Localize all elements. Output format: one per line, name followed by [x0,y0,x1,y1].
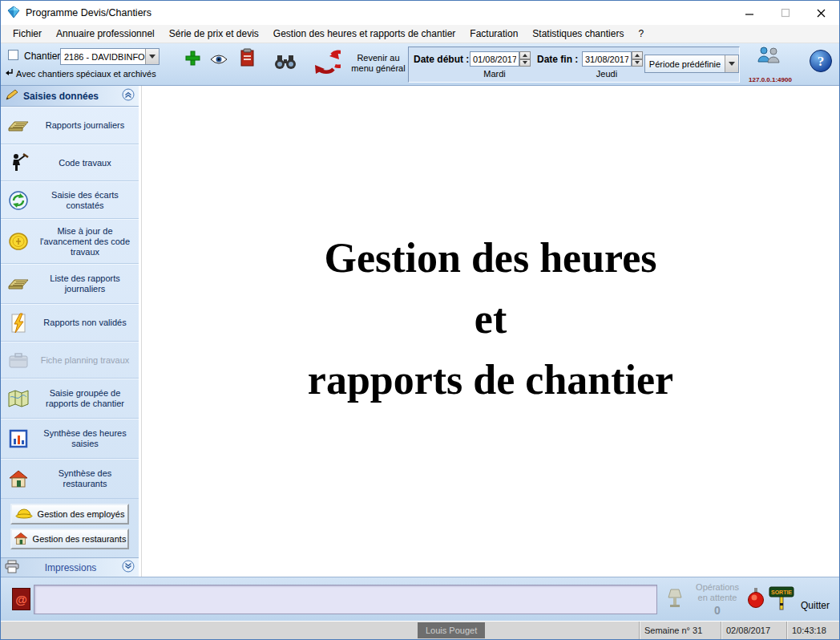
menu-gestion-des-heures[interactable]: Gestion des heures et rapports de chanti… [266,26,462,42]
menu-serie-de-prix-et-devis[interactable]: Série de prix et devis [162,26,266,42]
chantier-label: Chantier [24,51,60,62]
bottom-text-field[interactable] [34,585,657,614]
return-label-line1: Revenir au [357,53,399,63]
sidebar-item-label: Saisie des écarts constatés [36,190,139,211]
period-predefined-button[interactable]: Période prédéfinie [644,55,739,73]
chevron-down-icon[interactable] [122,560,135,575]
date-range-panel: Date début : Mardi Date fin : Jeudi Péri… [408,47,740,83]
date-start-label: Date début : [414,54,469,65]
archived-note: Avec chantiers spéciaux et archivés [5,68,156,79]
chantier-dropdown-value: 2186 - DAVIDBINFO - l [61,52,145,62]
maximize-button[interactable] [767,1,803,25]
page-title-line1: Gestion des heures [308,228,673,289]
sidebar: Saisies données Rapports journaliers Co [1,86,141,577]
alarm-icon[interactable] [746,587,765,612]
sidebar-item-mise-a-jour-avancement[interactable]: Mise à jour de l'avancement des code tra… [1,219,139,264]
impressions-label: Impressions [22,562,119,573]
sidebar-item-label: Saisie groupée de rapports de chantier [36,388,139,409]
quit-button[interactable]: Quitter [801,600,830,611]
return-menu-icon[interactable] [313,50,341,78]
chart-icon [1,429,36,448]
operations-count: 0 [689,604,746,617]
sidebar-header-impressions[interactable]: Impressions [1,557,139,577]
sidebar-item-label: Liste des rapports journaliers [36,273,139,294]
sidebar-item-label: Synthèse des heures saisies [36,428,139,449]
server-address: 127.0.0.1:4900 [738,76,802,83]
spinner-up-icon[interactable] [632,51,643,59]
date-end-spinner[interactable] [632,51,643,67]
menu-help[interactable]: ? [631,26,651,42]
menu-statistiques-chantiers[interactable]: Statistiques chantiers [525,26,631,42]
lightning-icon [1,313,36,334]
sidebar-item-synthese-restaurants[interactable]: Synthèse des restaurants [1,459,139,499]
lamp-icon[interactable] [666,588,684,612]
sidebar-item-label: Code travaux [36,158,139,168]
chevron-up-icon[interactable] [122,88,135,103]
date-end-label: Date fin : [537,54,578,65]
sidebar-item-saisie-groupee[interactable]: Saisie groupée de rapports de chantier [1,379,139,419]
sortie-sign-icon[interactable]: SORTIE [769,585,794,614]
main-content: Gestion des heures et rapports de chanti… [141,86,839,577]
chantier-checkbox[interactable] [8,50,18,60]
title-bar: Programme Devis/Chantiers [1,1,839,25]
sidebar-item-saisie-ecarts[interactable]: Saisie des écarts constatés [1,181,139,219]
spinner-down-icon[interactable] [632,59,643,67]
gestion-restaurants-label: Gestion des restaurants [33,534,127,544]
gestion-employes-button[interactable]: Gestion des employés [10,504,129,525]
planning-icon [1,351,36,369]
date-end-input[interactable] [582,51,632,67]
sidebar-item-label: Fiche planning travaux [36,355,139,366]
sidebar-item-rapports-journaliers[interactable]: Rapports journaliers [1,107,139,144]
app-window: Programme Devis/Chantiers Fichier Annuai… [0,0,840,640]
worker-icon [1,152,36,173]
sidebar-item-liste-rapports[interactable]: Liste des rapports journaliers [1,264,139,304]
pencil-icon [5,88,19,103]
connected-users-icon[interactable] [756,46,781,71]
help-icon[interactable]: ? [809,49,833,75]
return-menu-button[interactable]: Revenir au menu général [343,53,414,74]
sidebar-item-label: Rapports non validés [36,318,139,328]
window-controls [731,1,839,25]
add-chantier-button[interactable] [184,50,200,68]
status-user: Louis Pouget [418,622,485,638]
chevron-down-icon [145,49,159,64]
menu-fichier[interactable]: Fichier [6,26,49,42]
date-start-input[interactable] [470,51,519,67]
page-title: Gestion des heures et rapports de chanti… [308,228,673,411]
spinner-up-icon[interactable] [519,51,531,59]
close-button[interactable] [803,1,839,25]
sidebar-item-synthese-heures[interactable]: Synthèse des heures saisies [1,419,139,459]
restaurant-house-icon [14,532,28,547]
sidebar-item-label: Synthèse des restaurants [36,468,139,489]
sidebar-item-label: Mise à jour de l'avancement des code tra… [36,226,139,257]
page-title-line3: rapports de chantier [308,350,673,411]
email-at-icon[interactable] [12,588,30,610]
search-binoculars-icon[interactable] [274,54,297,72]
menu-annuaire-professionnel[interactable]: Annuaire professionnel [49,26,162,42]
return-label-line2: menu général [351,63,405,73]
spinner-down-icon[interactable] [519,59,531,67]
gestion-restaurants-button[interactable]: Gestion des restaurants [10,529,129,549]
sync-arrows-icon [1,190,36,211]
app-body: Saisies données Rapports journaliers Co [1,86,839,577]
status-date: 02/08/2017 [721,622,786,639]
status-time: 10:43:18 [786,622,839,639]
menu-bar: Fichier Annuaire professionnel Série de … [1,25,839,43]
view-chantier-icon[interactable] [210,54,228,67]
bottom-bar: Opérations en attente 0 SORTIE Quitter [1,577,839,621]
sidebar-header-saisies-donnees[interactable]: Saisies données [1,86,139,107]
operations-label-line1: Opérations [689,582,746,592]
sidebar-item-code-travaux[interactable]: Code travaux [1,144,139,181]
sidebar-items: Rapports journaliers Code travaux Saisie… [1,107,139,499]
chantier-dropdown[interactable]: 2186 - DAVIDBINFO - l [60,48,160,65]
clipboard-icon[interactable] [240,48,256,70]
archived-label: Avec chantiers spéciaux et archivés [16,69,156,79]
sidebar-item-fiche-planning: Fiche planning travaux [1,342,139,379]
date-start-spinner[interactable] [519,51,531,67]
sidebar-item-rapports-non-valides[interactable]: Rapports non validés [1,304,139,342]
status-bar: Louis Pouget Semaine n° 31 02/08/2017 10… [1,621,839,639]
minimize-button[interactable] [731,1,767,25]
toolbar: Chantier 2186 - DAVIDBINFO - l Avec chan… [1,43,839,86]
menu-facturation[interactable]: Facturation [462,26,525,42]
svg-text:?: ? [818,54,825,69]
